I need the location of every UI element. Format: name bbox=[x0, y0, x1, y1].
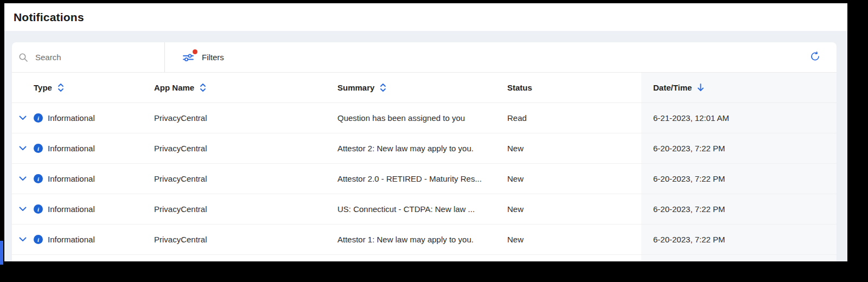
arrow-down-icon bbox=[697, 83, 704, 92]
cell-expander bbox=[12, 255, 34, 261]
notifications-panel: Notifications bbox=[4, 3, 847, 261]
chevron-down-icon[interactable] bbox=[18, 175, 28, 182]
sort-up-down-icon bbox=[380, 82, 386, 93]
table-header-row: Type App Name Summary Status bbox=[12, 73, 837, 103]
chevron-down-icon[interactable] bbox=[18, 206, 28, 213]
column-header-type[interactable]: Type bbox=[34, 73, 154, 102]
info-icon: i bbox=[34, 204, 43, 214]
info-icon: i bbox=[34, 113, 43, 123]
column-header-datetime[interactable]: Date/Time bbox=[641, 73, 837, 102]
cell-summary: Attestor 2: New law may apply to you. bbox=[337, 133, 507, 163]
partial-table-row bbox=[12, 255, 837, 261]
cell-datetime: 6-20-2023, 7:22 PM bbox=[641, 194, 837, 224]
cell-expander bbox=[12, 194, 34, 224]
type-label: Informational bbox=[48, 204, 95, 214]
cell-type: i Informational bbox=[34, 194, 154, 224]
chevron-down-icon[interactable] bbox=[18, 114, 28, 121]
cell-summary: Question has been assigned to you bbox=[337, 103, 507, 133]
refresh-button[interactable] bbox=[808, 49, 822, 66]
cell-status: New bbox=[507, 194, 641, 224]
cell-summary bbox=[337, 255, 507, 261]
cell-app-name: PrivacyCentral bbox=[154, 194, 337, 224]
cell-datetime bbox=[641, 255, 837, 261]
cell-app-name: PrivacyCentral bbox=[154, 225, 337, 254]
column-label: Summary bbox=[337, 83, 374, 92]
cell-status bbox=[507, 255, 641, 261]
cell-expander bbox=[12, 164, 34, 194]
cell-type: i Informational bbox=[34, 103, 154, 133]
cell-datetime: 6-21-2023, 12:01 AM bbox=[641, 103, 837, 133]
title-bar: Notifications bbox=[4, 3, 847, 31]
cell-expander bbox=[12, 225, 34, 254]
chevron-down-icon[interactable] bbox=[18, 145, 28, 152]
column-label: App Name bbox=[154, 83, 194, 92]
cell-status: New bbox=[507, 133, 641, 163]
column-label: Type bbox=[34, 83, 52, 92]
cell-type: i Informational bbox=[34, 225, 154, 254]
cell-app-name bbox=[154, 255, 337, 261]
refresh-icon bbox=[810, 52, 820, 63]
info-icon: i bbox=[34, 235, 43, 244]
type-label: Informational bbox=[48, 144, 95, 153]
edge-accent bbox=[0, 241, 3, 265]
cell-expander bbox=[12, 133, 34, 163]
info-icon: i bbox=[34, 144, 43, 153]
cell-type: i Informational bbox=[34, 133, 154, 163]
search-input[interactable] bbox=[34, 52, 145, 62]
info-icon: i bbox=[34, 174, 43, 183]
table-row[interactable]: i Informational PrivacyCentral Attestor … bbox=[12, 225, 837, 255]
chevron-down-icon[interactable] bbox=[18, 236, 28, 243]
cell-type: i Informational bbox=[34, 164, 154, 194]
cell-status: Read bbox=[507, 103, 641, 133]
cell-summary: US: Connecticut - CTDPA: New law ... bbox=[337, 194, 507, 224]
table-row[interactable]: i Informational PrivacyCentral Attestor … bbox=[12, 133, 837, 164]
cell-datetime: 6-20-2023, 7:22 PM bbox=[641, 225, 837, 254]
cell-summary: Attestor 2.0 - RETIRED - Maturity Res... bbox=[337, 164, 507, 194]
sort-up-down-icon bbox=[58, 82, 64, 93]
cell-status: New bbox=[507, 225, 641, 254]
cell-app-name: PrivacyCentral bbox=[154, 103, 337, 133]
cell-expander bbox=[12, 103, 34, 133]
page-title: Notifications bbox=[14, 11, 84, 24]
cell-datetime: 6-20-2023, 7:22 PM bbox=[641, 133, 837, 163]
sort-up-down-icon bbox=[200, 82, 206, 93]
header-expander-spacer bbox=[12, 73, 34, 102]
table-row[interactable]: i Informational PrivacyCentral Attestor … bbox=[12, 164, 837, 194]
cell-status: New bbox=[507, 164, 641, 194]
cell-app-name: PrivacyCentral bbox=[154, 133, 337, 163]
table-row[interactable]: i Informational PrivacyCentral Question … bbox=[12, 103, 837, 133]
red-dot-badge bbox=[193, 49, 197, 54]
cell-app-name: PrivacyCentral bbox=[154, 164, 337, 194]
column-header-status: Status bbox=[507, 73, 641, 102]
cell-datetime: 6-20-2023, 7:22 PM bbox=[641, 164, 837, 194]
type-label: Informational bbox=[48, 174, 95, 183]
type-label: Informational bbox=[48, 235, 95, 244]
search-section bbox=[12, 42, 165, 72]
column-label: Date/Time bbox=[653, 83, 692, 92]
column-header-app-name[interactable]: App Name bbox=[154, 73, 337, 102]
cell-type bbox=[34, 255, 154, 261]
sliders-icon bbox=[183, 53, 194, 62]
notifications-card: Filters Type App Name bbox=[12, 42, 837, 261]
filters-button[interactable]: Filters bbox=[182, 50, 225, 64]
type-label: Informational bbox=[48, 113, 95, 123]
column-header-summary[interactable]: Summary bbox=[337, 73, 507, 102]
search-icon bbox=[18, 53, 28, 62]
toolbar: Filters bbox=[12, 42, 837, 73]
filters-label: Filters bbox=[202, 53, 224, 62]
column-label: Status bbox=[507, 83, 532, 92]
cell-summary: Attestor 1: New law may apply to you. bbox=[337, 225, 507, 254]
table-row[interactable]: i Informational PrivacyCentral US: Conne… bbox=[12, 194, 837, 225]
